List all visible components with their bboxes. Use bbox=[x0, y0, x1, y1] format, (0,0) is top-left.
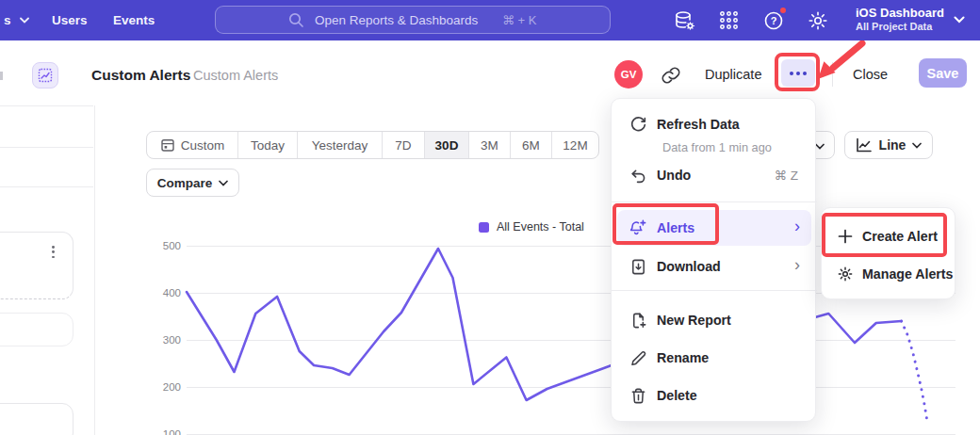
calendar-icon bbox=[160, 137, 175, 153]
app-window: s Users Events Open Reports & Dashboards… bbox=[0, 0, 980, 435]
range-label: Custom bbox=[181, 138, 225, 153]
top-nav-bar: s Users Events Open Reports & Dashboards… bbox=[0, 0, 980, 40]
menu-item-label: Download bbox=[657, 259, 721, 274]
project-selector-name[interactable]: iOS Dashboard bbox=[856, 6, 944, 20]
chart-type-button[interactable]: Line bbox=[844, 131, 933, 159]
compare-label: Compare bbox=[157, 176, 213, 190]
submenu-item-label: Create Alert bbox=[862, 229, 938, 244]
avatar[interactable]: GV bbox=[614, 60, 643, 89]
line-chart-icon bbox=[38, 68, 53, 83]
apps-grid-icon[interactable] bbox=[718, 9, 740, 31]
menu-item-new-report[interactable]: New Report bbox=[617, 302, 811, 338]
report-card[interactable] bbox=[0, 313, 74, 346]
menu-item-rename[interactable]: Rename bbox=[617, 340, 811, 376]
menu-item-label: Undo bbox=[657, 168, 691, 183]
submenu-item-label: Manage Alerts bbox=[862, 266, 953, 282]
chevron-right-icon: › bbox=[794, 256, 800, 273]
range-today[interactable]: Today bbox=[238, 132, 298, 158]
range-6m[interactable]: 6M bbox=[511, 132, 552, 158]
nav-item-events[interactable]: Events bbox=[113, 13, 155, 27]
chevron-down-icon bbox=[219, 180, 228, 186]
close-button[interactable]: Close bbox=[853, 67, 888, 82]
report-type-icon bbox=[32, 62, 58, 89]
chart-projected-line bbox=[902, 321, 927, 421]
new-report-icon bbox=[629, 312, 647, 330]
share-link-icon[interactable] bbox=[661, 65, 681, 86]
report-card[interactable] bbox=[0, 232, 74, 299]
line-chart-icon bbox=[856, 137, 873, 153]
alert-bell-plus-icon bbox=[629, 218, 647, 237]
data-management-icon[interactable] bbox=[673, 9, 696, 32]
project-selector-scope: All Project Data bbox=[856, 21, 932, 32]
search-placeholder: Open Reports & Dashboards bbox=[315, 13, 478, 27]
chevron-down-icon[interactable] bbox=[954, 16, 965, 24]
submenu-item-create-alert[interactable]: Create Alert bbox=[826, 218, 952, 254]
undo-icon bbox=[629, 167, 647, 185]
nav-item-partial[interactable]: s bbox=[4, 13, 29, 27]
settings-gear-icon[interactable] bbox=[807, 9, 829, 32]
date-range-control: Custom Today Yesterday 7D 30D 3M 6M 12M bbox=[146, 131, 599, 159]
menu-item-label: Alerts bbox=[657, 220, 694, 235]
svg-text:?: ? bbox=[771, 15, 777, 26]
rail-divider bbox=[0, 105, 93, 106]
range-custom[interactable]: Custom bbox=[147, 132, 238, 158]
rail-divider bbox=[0, 147, 93, 148]
rail-divider bbox=[0, 186, 93, 187]
plus-icon bbox=[836, 229, 855, 244]
menu-item-shortcut: ⌘ Z bbox=[775, 168, 799, 183]
range-yesterday[interactable]: Yesterday bbox=[298, 132, 383, 158]
menu-item-download[interactable]: Download › bbox=[617, 249, 811, 284]
menu-item-label: New Report bbox=[657, 313, 731, 328]
chevron-right-icon: › bbox=[794, 218, 800, 234]
page-title: Custom Alerts bbox=[91, 67, 190, 84]
chevron-down-icon bbox=[20, 17, 29, 24]
more-options-menu: Refresh Data Data from 1 min ago Undo ⌘ … bbox=[611, 98, 816, 422]
breadcrumb[interactable]: Custom Alerts bbox=[193, 68, 278, 83]
search-icon bbox=[288, 12, 304, 28]
more-options-button[interactable] bbox=[781, 59, 815, 87]
download-icon bbox=[629, 258, 647, 276]
toolbar-divider bbox=[832, 62, 833, 87]
chart-type-label: Line bbox=[879, 137, 906, 153]
menu-item-label: Delete bbox=[657, 388, 697, 403]
menu-divider bbox=[612, 290, 817, 291]
menu-divider bbox=[612, 201, 817, 202]
nav-partial-label: s bbox=[4, 13, 11, 27]
menu-item-label: Refresh Data bbox=[657, 117, 740, 132]
range-12m[interactable]: 12M bbox=[552, 132, 598, 158]
nav-item-users[interactable]: Users bbox=[52, 13, 88, 27]
menu-item-undo[interactable]: Undo ⌘ Z bbox=[617, 157, 811, 193]
collapse-handle-fragment bbox=[0, 72, 3, 80]
duplicate-button[interactable]: Duplicate bbox=[705, 67, 761, 82]
gear-icon bbox=[836, 266, 855, 282]
notification-dot bbox=[778, 6, 788, 15]
chevron-down-icon bbox=[815, 143, 825, 150]
chevron-down-icon bbox=[912, 142, 922, 149]
search-shortcut: ⌘ + K bbox=[502, 13, 537, 27]
menu-item-alerts[interactable]: Alerts › bbox=[617, 210, 811, 246]
range-7d[interactable]: 7D bbox=[383, 132, 425, 158]
panel-divider bbox=[94, 105, 95, 435]
menu-item-sublabel: Data from 1 min ago bbox=[662, 140, 772, 154]
menu-item-refresh-data[interactable]: Refresh Data Data from 1 min ago bbox=[617, 106, 811, 142]
range-3m[interactable]: 3M bbox=[469, 132, 511, 158]
save-button[interactable]: Save bbox=[919, 58, 967, 88]
trash-icon bbox=[629, 387, 647, 405]
menu-item-delete[interactable]: Delete bbox=[617, 378, 811, 413]
card-kebab-menu-icon[interactable] bbox=[50, 244, 57, 260]
range-30d-selected[interactable]: 30D bbox=[425, 132, 469, 158]
report-card[interactable] bbox=[0, 403, 74, 435]
menu-item-label: Rename bbox=[657, 350, 709, 365]
refresh-icon bbox=[629, 116, 647, 134]
pencil-icon bbox=[629, 349, 647, 367]
submenu-item-manage-alerts[interactable]: Manage Alerts bbox=[826, 256, 952, 292]
alerts-submenu: Create Alert Manage Alerts bbox=[821, 207, 956, 299]
compare-button[interactable]: Compare bbox=[146, 169, 239, 197]
